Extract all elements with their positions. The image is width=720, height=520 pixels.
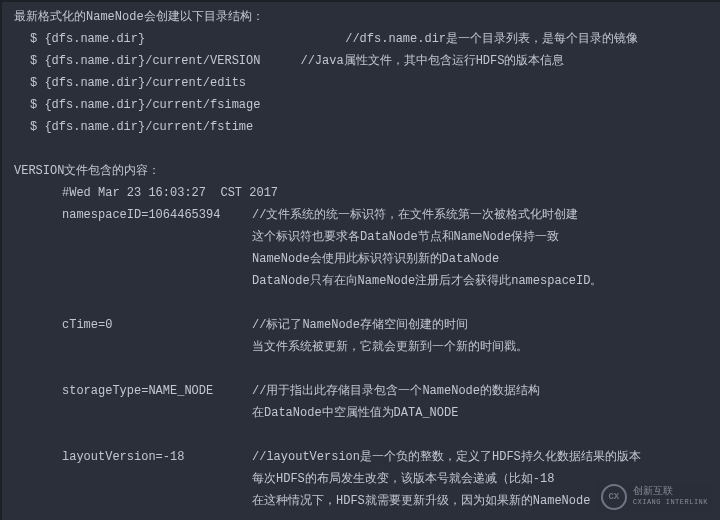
text-line: $ {dfs.name.dir}/current/edits: [14, 72, 708, 94]
watermark-cn: 创新互联: [633, 486, 708, 497]
text-line: $ {dfs.name.dir}/current/fstime: [14, 116, 708, 138]
text-line: storageType=NAME_NODE//用于指出此存储目录包含一个Name…: [14, 380, 708, 402]
key-value: storageType=NAME_NODE: [62, 380, 252, 402]
text-line: #Wed Mar 23 16:03:27 CST 2017: [14, 182, 708, 204]
watermark-py: CXIANG INTERLINK: [633, 497, 708, 508]
watermark-logo-icon: CX: [601, 484, 627, 510]
comment: 当文件系统被更新，它就会更新到一个新的时间戳。: [252, 340, 528, 354]
comment: DataNode只有在向NameNode注册后才会获得此namespaceID。: [252, 274, 602, 288]
key-value: cTime=0: [62, 314, 252, 336]
text-line: 这个标识符也要求各DataNode节点和NameNode保持一致: [14, 226, 708, 248]
key-value: layoutVersion=-18: [62, 446, 252, 468]
comment: //标记了NameNode存储空间创建的时间: [252, 318, 468, 332]
text-line: 当文件系统被更新，它就会更新到一个新的时间戳。: [14, 336, 708, 358]
text-line: $ {dfs.name.dir}/current/fsimage: [14, 94, 708, 116]
text-line: namespaceID=1064465394//文件系统的统一标识符，在文件系统…: [14, 204, 708, 226]
text-line: VERSION文件包含的内容：: [14, 160, 708, 182]
key-value: namespaceID=1064465394: [62, 204, 252, 226]
text-line: $ {dfs.name.dir}//dfs.name.dir是一个目录列表，是每…: [14, 28, 708, 50]
path: $ {dfs.name.dir}: [30, 32, 145, 46]
watermark: CX 创新互联 CXIANG INTERLINK: [597, 482, 712, 512]
path: $ {dfs.name.dir}/current/VERSION: [30, 54, 260, 68]
text-line: DataNode只有在向NameNode注册后才会获得此namespaceID。: [14, 270, 708, 292]
comment: //文件系统的统一标识符，在文件系统第一次被格式化时创建: [252, 208, 578, 222]
blank-line: [14, 292, 708, 314]
text-line: NameNode会使用此标识符识别新的DataNode: [14, 248, 708, 270]
text-line: cTime=0//标记了NameNode存储空间创建的时间: [14, 314, 708, 336]
comment: NameNode会使用此标识符识别新的DataNode: [252, 252, 499, 266]
code-block: 最新格式化的NameNode会创建以下目录结构： $ {dfs.name.dir…: [2, 2, 720, 516]
blank-line: [14, 138, 708, 160]
comment: //Java属性文件，其中包含运行HDFS的版本信息: [300, 54, 564, 68]
comment: //dfs.name.dir是一个目录列表，是每个目录的镜像: [345, 32, 638, 46]
text-line: $ {dfs.name.dir}/current/VERSION//Java属性…: [14, 50, 708, 72]
comment: //用于指出此存储目录包含一个NameNode的数据结构: [252, 384, 540, 398]
blank-line: [14, 424, 708, 446]
comment: 在DataNode中空属性值为DATA_NODE: [252, 406, 458, 420]
comment: //layoutVersion是一个负的整数，定义了HDFS持久化数据结果的版本: [252, 450, 641, 464]
text-line: layoutVersion=-18//layoutVersion是一个负的整数，…: [14, 446, 708, 468]
comment: 每次HDFS的布局发生改变，该版本号就会递减（比如-18: [252, 472, 554, 486]
blank-line: [14, 358, 708, 380]
comment: 这个标识符也要求各DataNode节点和NameNode保持一致: [252, 230, 559, 244]
comment: 在这种情况下，HDFS就需要更新升级，因为如果新的NameNode: [252, 494, 590, 508]
text-line: 在DataNode中空属性值为DATA_NODE: [14, 402, 708, 424]
text-line: 最新格式化的NameNode会创建以下目录结构：: [14, 6, 708, 28]
